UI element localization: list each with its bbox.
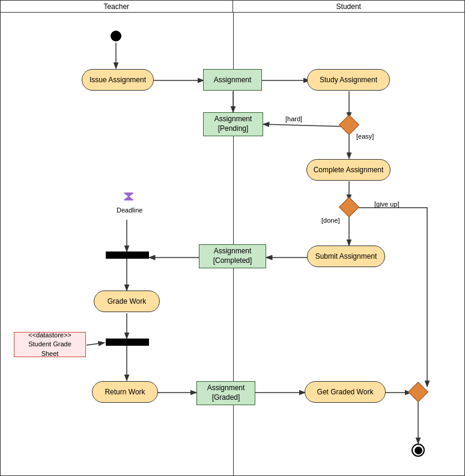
diamond2-node (342, 200, 356, 214)
give-up-label: [give up] (374, 200, 400, 208)
sync-bar1-node (106, 252, 149, 259)
diamond3-node (411, 385, 425, 399)
get-graded-work-node: Get Graded Work (305, 381, 386, 403)
start-node (111, 31, 121, 41)
easy-label: [easy] (356, 133, 374, 140)
issue-assignment-node: Issue Assignment (82, 69, 154, 91)
student-lane-header: Student (233, 1, 465, 12)
assignment-graded-node: Assignment[Graded] (196, 381, 255, 405)
svg-line-6 (263, 124, 349, 127)
sync-bar2-node (106, 339, 149, 346)
svg-line-16 (87, 343, 105, 345)
swimlane-header: Teacher Student (1, 1, 464, 13)
diagram-container: Teacher Student (0, 0, 465, 476)
assignment-node: Assignment (203, 69, 262, 91)
end-node (412, 444, 425, 457)
study-assignment-node: Study Assignment (307, 69, 390, 91)
hard-label: [hard] (285, 115, 302, 122)
teacher-lane-header: Teacher (1, 1, 233, 12)
deadline-node: ⧗ Deadline (117, 185, 142, 214)
assignment-completed-node: Assignment[Completed] (199, 244, 266, 268)
assignment-pending-node: Assignment[Pending] (203, 112, 263, 136)
done-label: [done] (321, 217, 340, 224)
grade-work-node: Grade Work (94, 291, 160, 312)
swimlane-body: Issue Assignment Assignment Study Assign… (1, 13, 464, 476)
student-grade-sheet-node: <<datastore>>Student Grade Sheet (14, 332, 86, 357)
complete-assignment-node: Complete Assignment (306, 159, 391, 181)
return-work-node: Return Work (92, 381, 158, 403)
diamond1-node (342, 118, 356, 132)
submit-assignment-node: Submit Assignment (307, 246, 385, 267)
